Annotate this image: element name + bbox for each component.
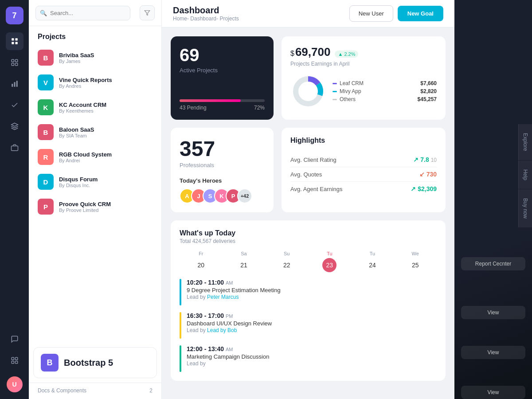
explore-tab[interactable]: Explore	[518, 124, 532, 160]
project-item[interactable]: B Baloon SaaS By SIA Team	[33, 120, 157, 145]
sidebar-item-check[interactable]	[6, 96, 23, 114]
svg-rect-15	[12, 361, 14, 364]
cal-day[interactable]: Fr 20	[180, 251, 223, 272]
project-by: By James	[59, 59, 94, 64]
user-avatar[interactable]: U	[7, 376, 23, 392]
sidebar-item-comment[interactable]	[6, 330, 23, 348]
event-lead-link[interactable]: Lead by Bob	[207, 327, 237, 333]
donut-chart	[290, 74, 326, 109]
project-item[interactable]: P Proove Quick CRM By Proove Limited	[33, 194, 157, 219]
project-name: Proove Quick CRM	[59, 201, 111, 207]
svg-rect-13	[12, 357, 14, 360]
search-input[interactable]	[35, 6, 130, 20]
highlight-earnings-value: ↗ $2,309	[411, 185, 437, 192]
view-button-3[interactable]: View	[461, 386, 525, 399]
sidebar-item-chart[interactable]	[6, 54, 23, 71]
view-button-1[interactable]: View	[461, 306, 525, 319]
project-info: Briviba SaaS By James	[59, 52, 94, 64]
event-bar	[180, 279, 181, 305]
report-center-button[interactable]: Report Cecnter	[461, 257, 525, 270]
buy-now-tab[interactable]: Buy now	[518, 189, 532, 227]
project-logo: R	[38, 149, 54, 165]
project-info: KC Account CRM By Keenthemes	[59, 102, 106, 113]
event-name: 9 Degree Project Estimation Meeting	[187, 287, 281, 293]
breadcrumb: Home- Dashboard- Projects	[173, 16, 239, 22]
docs-label: Docs & Components	[38, 387, 86, 394]
earnings-badge: ▲ 2.2%	[335, 51, 358, 58]
cal-day-name: Tu	[327, 251, 332, 256]
event-lead-link[interactable]: Peter Marcus	[207, 294, 239, 300]
event-time: 12:00 - 13:40 AM	[187, 345, 269, 352]
project-logo: V	[38, 74, 54, 90]
project-logo: B	[38, 50, 54, 66]
main-content: Dashboard Home- Dashboard- Projects New …	[162, 0, 454, 399]
sidebar: 7 U	[0, 0, 29, 399]
view-button-2[interactable]: View	[461, 346, 525, 359]
svg-marker-11	[11, 123, 18, 127]
svg-rect-12	[11, 146, 18, 151]
sidebar-item-apps[interactable]	[6, 352, 23, 369]
new-user-button[interactable]: New User	[349, 5, 393, 22]
bootstrap-icon: B	[41, 354, 59, 372]
event-bar	[180, 312, 181, 339]
heroes-title: Today's Heroes	[180, 177, 265, 184]
project-item[interactable]: B Briviba SaaS By James	[33, 45, 157, 70]
highlight-quotes-value: ↙ 730	[419, 171, 437, 178]
highlights-title: Highlights	[290, 137, 437, 145]
highlights-card: Highlights Avg. Client Rating ↗ 7.8 10 A…	[282, 128, 446, 212]
heroes-avatars: AJSKP+42	[180, 188, 265, 203]
highlight-earnings-label: Avg. Agent Earnings	[290, 186, 343, 192]
cal-day-num: 23	[322, 258, 336, 272]
sidebar-item-briefcase[interactable]	[6, 139, 23, 156]
cal-day-name: Su	[284, 251, 289, 256]
cal-day[interactable]: We 25	[394, 251, 437, 272]
svg-rect-8	[12, 84, 13, 87]
cal-day-num: 20	[194, 258, 208, 272]
cal-day[interactable]: Tu 24	[351, 251, 394, 272]
progress-bar-wrap	[180, 99, 265, 102]
cal-day[interactable]: Sa 21	[223, 251, 266, 272]
highlight-rating-label: Avg. Client Rating	[290, 156, 336, 163]
filter-button[interactable]	[140, 5, 155, 20]
event-item: 10:20 - 11:00 AM 9 Degree Project Estima…	[180, 279, 437, 305]
event-name: Marketing Campaign Discussion	[187, 353, 269, 360]
project-name: KC Account CRM	[59, 102, 106, 108]
cal-day[interactable]: Su 22	[265, 251, 308, 272]
sidebar-item-grid[interactable]	[6, 32, 23, 50]
bootstrap-card: B Bootstrap 5	[33, 347, 157, 378]
top-cards-row: 69 Active Projects 43 Pending 72% $	[171, 36, 446, 120]
top-bar: Dashboard Home- Dashboard- Projects New …	[162, 0, 454, 27]
project-item[interactable]: R RGB Cloud System By Andrei	[33, 145, 157, 169]
project-item[interactable]: D Disqus Forum By Disqus Inc.	[33, 169, 157, 194]
professionals-count: 357	[180, 137, 265, 161]
earnings-val-1: $7,660	[418, 80, 437, 86]
svg-rect-0	[12, 38, 14, 40]
event-details: 12:00 - 13:40 AM Marketing Campaign Disc…	[187, 345, 269, 367]
project-item[interactable]: K KC Account CRM By Keenthemes	[33, 95, 157, 120]
hero-more: +42	[237, 188, 252, 203]
docs-row[interactable]: Docs & Components 2	[29, 383, 161, 399]
project-item[interactable]: V Vine Quick Reports By Andres	[33, 70, 157, 95]
svg-rect-10	[16, 81, 17, 87]
svg-rect-1	[15, 38, 17, 40]
breadcrumb-area: Dashboard Home- Dashboard- Projects	[173, 5, 239, 22]
legend-mivy-label: Mivy App	[340, 88, 361, 94]
user-badge[interactable]: 7	[6, 7, 23, 24]
cal-day[interactable]: Tu 23	[308, 251, 351, 272]
event-lead: Lead by Lead by Bob	[187, 327, 272, 333]
event-details: 10:20 - 11:00 AM 9 Degree Project Estima…	[187, 279, 281, 300]
highlight-row-earnings: Avg. Agent Earnings ↗ $2,309	[290, 182, 437, 196]
new-goal-button[interactable]: New Goal	[398, 6, 443, 21]
sidebar-item-bar[interactable]	[6, 75, 23, 93]
help-tab[interactable]: Help	[518, 160, 532, 189]
cal-day-num: 25	[408, 258, 422, 272]
docs-count: 2	[149, 387, 153, 394]
legend-others-label: Others	[340, 96, 356, 102]
sidebar-item-layers[interactable]	[6, 117, 23, 135]
earnings-subtitle: Projects Earnings in April	[290, 61, 437, 67]
legend-others: Others	[332, 96, 364, 102]
svg-rect-5	[15, 59, 17, 62]
project-name: Disqus Forum	[59, 176, 98, 183]
svg-rect-2	[12, 42, 14, 44]
project-logo: D	[38, 174, 54, 190]
